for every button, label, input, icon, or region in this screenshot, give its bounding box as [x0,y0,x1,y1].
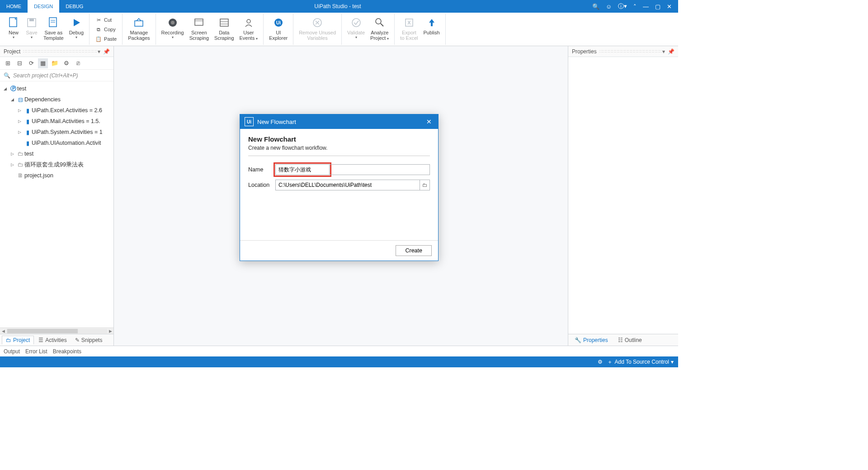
tab-error-list[interactable]: Error List [25,348,47,355]
screen-scrape-label: ScreenScraping [189,30,209,41]
tree-dependencies[interactable]: ◢⊟Dependencies [0,94,113,105]
tree-dep-mail[interactable]: ▷▮UiPath.Mail.Activities = 1.5. [0,116,113,127]
help-icon[interactable]: ⓘ▾ [618,2,627,10]
tab-breakpoints[interactable]: Breakpoints [53,348,81,355]
tab-activities[interactable]: ☰Activities [35,336,70,344]
minimize-icon[interactable]: — [643,3,649,10]
tree-dep-system[interactable]: ▷▮UiPath.System.Activities = 1 [0,127,113,138]
manage-packages-button[interactable]: ManagePackages [125,14,152,41]
tab-outline[interactable]: ☷Outline [614,336,646,344]
remove-unused-icon[interactable]: ⎚ [73,58,83,68]
tab-home[interactable]: HOME [0,0,28,13]
menu-tabs: HOME DESIGN DEBUG [0,0,90,13]
title-bar: HOME DESIGN DEBUG UiPath Studio - test 🔍… [0,0,678,13]
chevron-down-icon: ▾ [172,35,174,39]
output-bar: Output Error List Breakpoints [0,346,678,356]
cut-button[interactable]: ✂Cut [92,15,119,24]
left-bottom-tabs: 🗀Project ☰Activities ✎Snippets [0,334,113,346]
analyze-project-button[interactable]: AnalyzeProject ▾ [368,14,392,42]
paste-label: Paste [104,36,117,42]
app-title: UiPath Studio - test [90,3,585,9]
tree-file-project-json[interactable]: 🗎project.json [0,170,113,181]
status-bar: ⚙ ＋ Add To Source Control ▾ [0,356,678,367]
maximize-icon[interactable]: ▢ [655,3,660,10]
copy-icon: ⧉ [95,26,102,33]
debug-label: Debug [69,30,84,35]
name-input[interactable] [275,164,330,175]
svg-point-14 [247,19,250,23]
browse-button[interactable]: 🗀 [420,180,430,190]
recording-label: Recording [161,30,184,35]
svg-point-20 [352,19,360,27]
ui-explorer-button[interactable]: Ui UIExplorer [266,14,290,41]
manage-label: ManagePackages [128,30,150,41]
publish-button[interactable]: Publish [421,14,443,35]
tree-folder-loop[interactable]: ▷🗀循环嵌套生成99乘法表 [0,159,113,170]
close-icon[interactable]: ✕ [667,3,672,10]
save-button[interactable]: Save ▾ [23,14,41,39]
analyze-label: AnalyzeProject ▾ [370,30,389,42]
copy-label: Copy [104,27,116,32]
gear-icon[interactable]: ⚙ [598,359,603,365]
new-button[interactable]: New ▾ [5,14,23,39]
validate-button[interactable]: Validate ▾ [344,14,368,39]
expand-all-icon[interactable]: ⊞ [3,58,13,68]
open-folder-icon[interactable]: 📁 [50,58,60,68]
data-scraping-button[interactable]: DataScraping [212,14,236,41]
user-events-button[interactable]: UserEvents ▾ [237,14,261,42]
save-tpl-label: Save asTemplate [43,30,64,41]
panel-menu-icon[interactable]: ▾ [98,48,100,55]
settings-icon[interactable]: ⚙ [61,58,71,68]
check-icon [350,16,363,29]
pin-icon[interactable]: 📌 [103,48,110,55]
folder-icon: 🗀 [6,337,11,343]
ui-explorer-label: UIExplorer [269,30,288,41]
location-label: Location [248,182,275,188]
export-label: Exportto Excel [400,30,418,41]
add-source-control-button[interactable]: ＋ Add To Source Control ▾ [607,358,674,366]
tree-root[interactable]: ◢Ⓟtest [0,83,113,94]
ribbon: New ▾ Save ▾ Save asTemplate Debug ▾ ✂Cu… [0,13,678,46]
recording-button[interactable]: Recording ▾ [159,14,187,39]
panel-menu-icon[interactable]: ▾ [662,48,665,55]
tab-project[interactable]: 🗀Project [2,336,34,344]
dialog-heading: New Flowchart [248,135,430,143]
properties-panel: Properties ∷∷∷∷∷∷∷∷∷∷∷∷∷∷∷∷∷∷∷∷∷∷∷∷∷∷∷∷ … [568,46,678,346]
svg-point-21 [376,19,381,24]
create-button[interactable]: Create [396,245,432,256]
copy-button[interactable]: ⧉Copy [92,25,119,34]
collapse-all-icon[interactable]: ⊟ [14,58,24,68]
screen-scraping-button[interactable]: ScreenScraping [187,14,212,41]
tab-snippets[interactable]: ✎Snippets [71,336,106,344]
tab-debug[interactable]: DEBUG [59,0,90,13]
tree-folder-test[interactable]: ▷🗀test [0,148,113,159]
tree-dep-uiautomation[interactable]: ▮UiPath.UIAutomation.Activit [0,138,113,148]
refresh-icon[interactable]: ⟳ [26,58,36,68]
ui-explorer-icon: Ui [272,16,285,29]
pin-icon[interactable]: 📌 [668,48,675,55]
dialog-subtitle: Create a new flowchart workflow. [248,145,430,156]
tab-output[interactable]: Output [4,348,20,355]
play-icon [70,16,83,29]
remove-unused-button[interactable]: Remove UnusedVariables [296,14,339,41]
location-input[interactable] [275,180,420,190]
tab-design[interactable]: DESIGN [28,0,59,13]
paste-button[interactable]: 📋Paste [92,34,119,43]
debug-button[interactable]: Debug ▾ [66,14,86,39]
feedback-icon[interactable]: ☺ [606,3,612,10]
publish-label: Publish [424,30,440,35]
dialog-close-button[interactable]: ✕ [425,118,434,125]
collapse-ribbon-icon[interactable]: ˄ [633,3,637,10]
tab-properties[interactable]: 🔧Properties [571,336,612,344]
horizontal-scrollbar[interactable]: ◀▶ [0,328,113,334]
project-toolbar: ⊞ ⊟ ⟳ ▦ 📁 ⚙ ⎚ [0,57,113,70]
project-search[interactable]: 🔍 Search project (Ctrl+Alt+P) [0,70,113,81]
svg-rect-9 [195,19,203,25]
show-all-icon[interactable]: ▦ [38,58,48,68]
clipboard-icon: 📋 [95,35,102,43]
tree-dep-excel[interactable]: ▷▮UiPath.Excel.Activities = 2.6 [0,105,113,116]
save-as-template-button[interactable]: Save asTemplate [41,14,66,41]
export-excel-button[interactable]: X Exportto Excel [397,14,420,41]
search-icon[interactable]: 🔍 [592,3,599,10]
project-panel: Project ∷∷∷∷∷∷∷∷∷∷∷∷∷∷∷∷∷∷∷∷∷∷∷∷∷∷∷∷∷∷ ▾… [0,46,114,346]
